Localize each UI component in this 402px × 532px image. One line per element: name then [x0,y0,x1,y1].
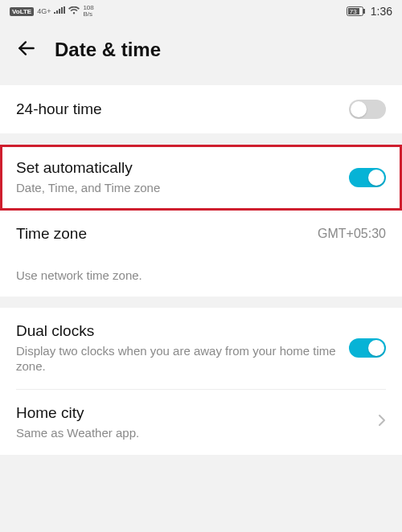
chevron-right-icon [378,414,386,430]
row-home-city-subtitle: Same as Weather app. [16,425,371,441]
page-title: Date & time [55,39,161,61]
row-timezone-value: GMT+05:30 [318,227,386,241]
row-dual-clocks[interactable]: Dual clocks Display two clocks when you … [0,308,402,389]
row-24hour-title: 24-hour time [16,100,349,118]
toggle-dual-clocks[interactable] [349,338,386,358]
network-speed: 108 B/s [83,5,93,18]
signal-icon [54,6,65,16]
toggle-set-automatically[interactable] [349,168,386,187]
status-bar: VoLTE 4G+ 108 B/s 73 1:36 [0,0,402,23]
back-icon[interactable] [16,38,37,62]
row-home-city[interactable]: Home city Same as Weather app. [0,390,402,456]
row-dual-clocks-title: Dual clocks [16,322,349,340]
volte-badge: VoLTE [10,7,34,16]
row-timezone[interactable]: Time zone GMT+05:30 [0,211,402,257]
row-24hour[interactable]: 24-hour time [0,85,402,133]
row-home-city-title: Home city [16,404,371,422]
row-set-auto-title: Set automatically [16,159,349,177]
wifi-icon [68,6,80,16]
row-dual-clocks-subtitle: Display two clocks when you are away fro… [16,343,349,374]
toggle-24hour[interactable] [349,100,386,119]
row-set-automatically[interactable]: Set automatically Date, Time, and Time z… [0,145,402,211]
header: Date & time [0,23,402,77]
network-type: 4G+ [37,7,51,15]
battery-icon: 73 [347,6,366,16]
status-time: 1:36 [371,5,392,18]
svg-rect-1 [363,9,365,14]
row-set-auto-subtitle: Date, Time, and Time zone [16,180,349,196]
row-timezone-title: Time zone [16,225,310,243]
timezone-note: Use network time zone. [0,257,402,297]
